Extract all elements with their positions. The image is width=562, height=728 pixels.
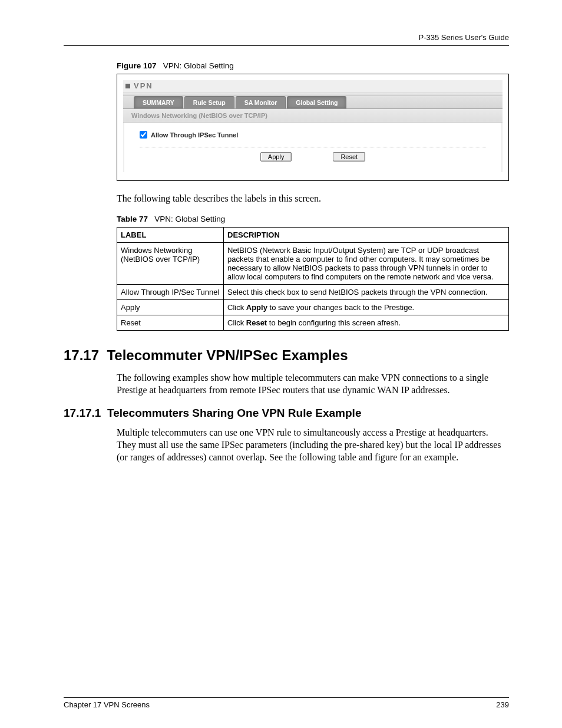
window-icon [125,84,130,88]
th-description: DESCRIPTION [224,227,509,242]
figure-title: VPN: Global Setting [163,61,234,70]
cell-label: Windows Networking (NetBIOS over TCP/IP) [117,242,224,284]
tab-sa-monitor[interactable]: SA Monitor [236,96,286,108]
reset-button[interactable]: Reset [333,152,365,162]
tab-row: SUMMARY Rule Setup SA Monitor Global Set… [123,96,503,109]
allow-through-ipsec-checkbox[interactable] [140,131,147,139]
section-paragraph: The following examples show how multiple… [117,372,509,397]
tab-summary[interactable]: SUMMARY [134,96,183,108]
table-label: Table 77 [117,215,148,223]
allow-through-ipsec-label: Allow Through IPSec Tunnel [151,131,238,139]
table-row: Allow Through IP/Sec Tunnel Select this … [117,284,509,299]
header-rule [64,45,509,46]
footer-rule [64,697,509,698]
subsection-paragraph: Multiple telecommuters can use one VPN r… [117,427,509,463]
cell-label: Reset [117,315,224,330]
cell-desc: Click Reset to begin configuring this sc… [224,315,509,330]
figure-screenshot: VPN SUMMARY Rule Setup SA Monitor Global… [117,74,509,181]
table-row: Reset Click Reset to begin configuring t… [117,315,509,330]
description-table: LABEL DESCRIPTION Windows Networking (Ne… [117,227,509,331]
screen-titlebar: VPN [123,80,503,93]
cell-desc: Click Apply to save your changes back to… [224,299,509,315]
table-row: Apply Click Apply to save your changes b… [117,299,509,315]
tab-rule-setup[interactable]: Rule Setup [184,96,234,108]
running-header: P-335 Series User's Guide [64,33,509,42]
apply-button[interactable]: Apply [260,152,292,162]
cell-label: Allow Through IP/Sec Tunnel [117,284,224,299]
intro-paragraph: The following table describes the labels… [117,193,509,205]
table-row: Windows Networking (NetBIOS over TCP/IP)… [117,242,509,284]
subsection-number: 17.17.1 [64,407,101,419]
table-title: VPN: Global Setting [154,215,225,223]
figure-caption: Figure 107 VPN: Global Setting [117,61,509,70]
allow-through-ipsec-row[interactable]: Allow Through IPSec Tunnel [140,131,486,139]
section-number: 17.17 [64,347,99,363]
footer-page-number: 239 [496,700,509,709]
tab-global-setting[interactable]: Global Setting [287,96,346,108]
screen-title: VPN [134,81,153,90]
section-header: Windows Networking (NetBIOS over TCP/IP) [123,109,503,123]
cell-label: Apply [117,299,224,315]
figure-label: Figure 107 [117,61,157,70]
cell-desc: Select this check box to send NetBIOS pa… [224,284,509,299]
table-caption: Table 77 VPN: Global Setting [117,215,509,223]
subsection-title: Telecommuters Sharing One VPN Rule Examp… [107,407,362,419]
footer-chapter: Chapter 17 VPN Screens [64,700,150,709]
cell-desc: NetBIOS (Network Basic Input/Output Syst… [224,242,509,284]
section-title: Telecommuter VPN/IPSec Examples [107,347,348,363]
th-label: LABEL [117,227,224,242]
section-heading: 17.17 Telecommuter VPN/IPSec Examples [64,347,509,364]
page-footer: Chapter 17 VPN Screens 239 [64,697,509,709]
subsection-heading: 17.17.1 Telecommuters Sharing One VPN Ru… [64,407,509,420]
